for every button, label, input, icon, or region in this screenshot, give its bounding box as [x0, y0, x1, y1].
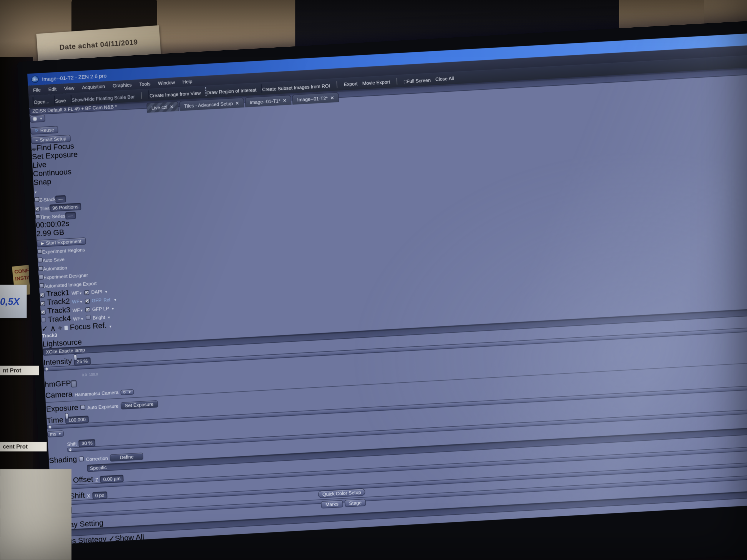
- delete-track-icon[interactable]: [64, 326, 68, 330]
- wand-icon: ⌁: [35, 138, 38, 142]
- shift-value[interactable]: 30 %: [79, 439, 96, 447]
- focus-strategy-show-all[interactable]: ✓Show All: [108, 533, 144, 543]
- timeseries-checkbox[interactable]: [35, 214, 40, 219]
- create-image-from-view-button[interactable]: Create Image from View: [148, 88, 201, 100]
- gfplp-checkbox[interactable]: [85, 307, 90, 312]
- menu-file[interactable]: File: [33, 87, 41, 93]
- close-icon[interactable]: ✕: [170, 104, 174, 109]
- full-screen-icon: ⛶: [404, 80, 407, 84]
- exposure-time-value[interactable]: 100.000: [66, 416, 89, 424]
- pixel-shift-x[interactable]: 0 px: [92, 491, 107, 499]
- check-icon: ✓: [123, 542, 130, 544]
- close-icon[interactable]: ✕: [330, 95, 334, 100]
- camera-name: Hamamatsu Camera: [75, 390, 119, 397]
- close-all-button[interactable]: Close All: [435, 75, 454, 82]
- time-slider-knob[interactable]: [65, 413, 69, 419]
- time-unit-dropdown[interactable]: ms▼: [47, 430, 64, 437]
- create-subset-button[interactable]: Create Subset Images from ROI: [261, 81, 330, 93]
- chevron-down-icon[interactable]: ▼: [79, 300, 83, 303]
- handwritten-note: 0,5X: [0, 285, 27, 318]
- chevron-down-icon[interactable]: ▼: [34, 191, 37, 194]
- toolbar-separator: [141, 92, 142, 99]
- menu-help[interactable]: Help: [182, 79, 192, 85]
- reuse-arrows-icon: ⟳: [35, 128, 38, 133]
- chevron-down-icon: ▼: [39, 117, 43, 120]
- full-screen-button[interactable]: ⛶Full Screen: [404, 75, 431, 85]
- play-icon: ▶: [41, 241, 44, 245]
- zstack-checkbox[interactable]: [34, 197, 39, 202]
- chevron-down-icon[interactable]: ▼: [80, 317, 84, 321]
- menu-window[interactable]: Window: [158, 80, 175, 86]
- auto-exposure-checkbox[interactable]: [80, 405, 85, 410]
- window-title: Image--01-T2 - ZEN 2.6 pro: [42, 73, 107, 82]
- add-track-icon[interactable]: +: [58, 324, 62, 332]
- experiment-duration: 00:00:02s: [35, 219, 70, 229]
- focus-ref-label[interactable]: Focus Ref.: [70, 321, 107, 331]
- monitor: ZEN Image--01-T2 - ZEN 2.6 pro File Edit…: [17, 20, 747, 560]
- menu-graphics[interactable]: Graphics: [112, 82, 132, 88]
- menu-view[interactable]: View: [64, 85, 75, 91]
- save-button[interactable]: Save: [54, 96, 66, 105]
- export-button[interactable]: Export: [344, 81, 358, 87]
- paper-bottom-left: [0, 469, 72, 560]
- draw-roi-button[interactable]: Draw Region of Interest: [205, 85, 257, 96]
- track4-checkbox[interactable]: [41, 317, 46, 322]
- chevron-down-icon[interactable]: ▼: [104, 290, 108, 294]
- zen-app-icon: ZEN: [31, 76, 39, 83]
- chevron-down-icon[interactable]: ▼: [113, 298, 117, 302]
- auto-save-checkbox[interactable]: [37, 258, 43, 262]
- movie-export-button[interactable]: Movie Export: [362, 79, 390, 86]
- menu-edit[interactable]: Edit: [48, 86, 57, 92]
- chevron-down-icon[interactable]: ▼: [107, 316, 111, 319]
- menu-tools[interactable]: Tools: [139, 81, 151, 87]
- label-strip: nt Prot: [0, 366, 39, 375]
- camera-options-button[interactable]: ⟳▼: [121, 389, 134, 395]
- focus-offset-value[interactable]: 0.00 µm: [100, 475, 124, 483]
- collapse-icon[interactable]: ∧: [50, 324, 56, 332]
- track3-checkbox[interactable]: [41, 310, 46, 315]
- check-tool-icon[interactable]: ✓: [41, 324, 48, 333]
- open-button[interactable]: Open...: [32, 96, 49, 106]
- tab-live[interactable]: Live.czi✕: [146, 101, 179, 113]
- scalebar-toggle[interactable]: Show/Hide Floating Scale Bar: [70, 92, 135, 104]
- chevron-down-icon[interactable]: ▼: [80, 309, 83, 312]
- experiment-designer-checkbox[interactable]: [38, 275, 44, 279]
- af-icon: AF: [31, 147, 37, 152]
- chevron-down-icon[interactable]: ▼: [111, 307, 115, 310]
- automated-image-export-checkbox[interactable]: [39, 283, 44, 288]
- config-options-button[interactable]: ▼: [30, 115, 45, 123]
- automation-checkbox[interactable]: [38, 266, 43, 271]
- acquisition-panel: Locate Acquisition Processing Analysis Z…: [27, 33, 747, 544]
- reuse-button[interactable]: ⟳Reuse: [30, 126, 58, 134]
- zstack-value[interactable]: —: [55, 195, 66, 203]
- toolbar-separator: [336, 81, 337, 88]
- photo-of-monitor: Date achat 04/11/2019 CONF INSTAL. ZEN I…: [0, 0, 747, 560]
- track2-checkbox[interactable]: [40, 301, 45, 306]
- menu-acquisition[interactable]: Acquisition: [82, 84, 105, 90]
- software-autofocus-show-all[interactable]: ✓Show All: [123, 541, 159, 544]
- experiment-size: 2.99 GB: [36, 228, 65, 238]
- track1-checkbox[interactable]: [40, 293, 45, 298]
- refresh-icon: ⟳: [123, 390, 126, 395]
- bright-checkbox[interactable]: [85, 315, 91, 320]
- chevron-down-icon: ▼: [128, 390, 132, 394]
- close-icon[interactable]: ✕: [235, 100, 239, 106]
- channel-name-input[interactable]: [71, 380, 77, 388]
- marks-button[interactable]: Marks: [321, 500, 343, 508]
- shading-correction-checkbox[interactable]: [79, 456, 84, 461]
- intensity-slider-knob[interactable]: [74, 354, 77, 361]
- tiles-checkbox[interactable]: [35, 207, 40, 212]
- experiment-regions-checkbox[interactable]: [37, 249, 42, 254]
- channel-name-label: hmGFP: [45, 379, 71, 389]
- chevron-down-icon[interactable]: ▼: [79, 292, 82, 295]
- set-exposure-button2[interactable]: Set Exposure: [121, 400, 158, 410]
- define-button[interactable]: Define: [110, 453, 144, 462]
- close-icon[interactable]: ✕: [283, 98, 287, 103]
- stage-button[interactable]: Stage: [344, 499, 366, 507]
- timeseries-value[interactable]: —: [65, 212, 76, 219]
- zen-application-window: ZEN Image--01-T2 - ZEN 2.6 pro File Edit…: [27, 33, 747, 544]
- chevron-down-icon[interactable]: ▼: [109, 325, 112, 328]
- dapi-checkbox[interactable]: [84, 290, 89, 295]
- gfp-checkbox[interactable]: [85, 299, 90, 304]
- note-text: CONF: [14, 267, 29, 274]
